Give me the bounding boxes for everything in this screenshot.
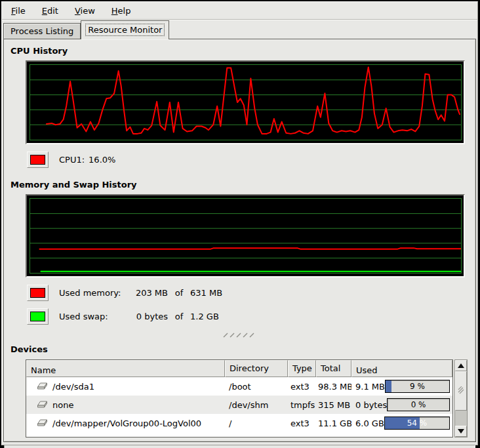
column-header-directory[interactable]: Directory xyxy=(225,360,288,377)
device-type: ext3 xyxy=(288,418,316,428)
resource-monitor-page: CPU History CPU1: 16.0% Memory and Swap … xyxy=(3,39,476,442)
menu-file[interactable]: File xyxy=(5,4,32,18)
cpu1-name: CPU1: xyxy=(59,155,85,165)
device-row-none[interactable]: none /dev/shm tmpfs 315 MB 0 bytes 0 % xyxy=(26,396,452,414)
devices-table: Name Directory Type Total Used xyxy=(26,359,453,438)
scrollbar-thumb[interactable] xyxy=(455,371,467,411)
cpu-history-title: CPU History xyxy=(10,46,470,56)
device-total: 11.1 GB xyxy=(316,418,351,428)
triangle-up-icon xyxy=(458,363,464,368)
used-memory-legend-label: Used memory: 203 MB of 631 MB xyxy=(59,288,236,298)
app-window: File Edit View Help Process Listing Reso… xyxy=(1,1,478,445)
memory-history-plot xyxy=(30,198,462,274)
menu-view[interactable]: View xyxy=(68,4,102,18)
device-name: /dev/sda1 xyxy=(52,382,94,392)
tab-resource-monitor[interactable]: Resource Monitor xyxy=(81,20,169,39)
devices-scrollbar[interactable] xyxy=(454,359,468,438)
cpu1-value: 16.0% xyxy=(89,155,115,165)
device-directory: /dev/shm xyxy=(225,400,288,410)
column-header-used[interactable]: Used xyxy=(351,360,452,377)
tab-process-listing[interactable]: Process Listing xyxy=(3,23,81,39)
memory-legend-row: Used memory: 203 MB of 631 MB xyxy=(27,284,470,301)
thumb-grip-icon xyxy=(457,386,465,396)
scroll-up-button[interactable] xyxy=(455,360,467,371)
device-used: 6.0 GB xyxy=(355,418,384,428)
diagonal-dashes-icon xyxy=(223,333,257,338)
scroll-down-button[interactable] xyxy=(455,426,467,437)
used-memory-value: 203 MB xyxy=(129,288,168,298)
tab-label: Process Listing xyxy=(9,26,75,37)
cpu-history-graph xyxy=(26,60,465,144)
used-swap-label: Used swap: xyxy=(59,312,129,321)
used-swap-color xyxy=(30,312,45,321)
column-header-type[interactable]: Type xyxy=(288,360,316,377)
memory-history-graph xyxy=(26,194,465,277)
device-type: tmpfs xyxy=(288,400,316,410)
used-swap-value: 0 bytes xyxy=(129,312,168,321)
device-name: none xyxy=(52,400,73,410)
total-memory-value: 631 MB xyxy=(190,288,236,298)
device-used: 9.1 MB xyxy=(355,382,385,392)
tab-strip: Process Listing Resource Monitor xyxy=(2,20,477,39)
usage-progress-bar: 9 % xyxy=(385,380,450,393)
cpu1-legend-label: CPU1: 16.0% xyxy=(59,155,115,165)
swap-legend-row: Used swap: 0 bytes of 1.2 GB xyxy=(27,308,470,325)
device-total: 315 MB xyxy=(316,400,351,410)
column-header-name[interactable]: Name xyxy=(26,360,225,377)
memory-history-title: Memory and Swap History xyxy=(10,180,470,190)
status-bar xyxy=(4,445,475,448)
disk-drive-icon xyxy=(37,418,49,428)
scrollbar-track[interactable] xyxy=(455,371,467,426)
total-swap-value: 1.2 GB xyxy=(190,312,236,321)
device-row-volgroup[interactable]: /dev/mapper/VolGroup00-LogVol00 / ext3 1… xyxy=(26,414,452,432)
device-directory: / xyxy=(225,418,288,428)
menu-help[interactable]: Help xyxy=(105,4,138,18)
usage-percent-label: 54 % xyxy=(385,417,449,429)
column-header-total[interactable]: Total xyxy=(316,360,351,377)
disk-drive-icon xyxy=(37,382,49,391)
used-memory-color-swatch[interactable] xyxy=(27,285,49,301)
usage-progress-bar: 54 % xyxy=(384,417,450,430)
used-memory-label: Used memory: xyxy=(59,288,129,298)
device-row-sda1[interactable]: /dev/sda1 /boot ext3 98.3 MB 9.1 MB 9 % xyxy=(26,377,452,396)
device-type: ext3 xyxy=(288,382,316,392)
device-total: 98.3 MB xyxy=(316,382,351,392)
cpu-legend: CPU1: 16.0% xyxy=(27,151,470,168)
used-swap-legend-label: Used swap: 0 bytes of 1.2 GB xyxy=(59,312,236,321)
menubar: File Edit View Help xyxy=(2,2,477,20)
menu-edit[interactable]: Edit xyxy=(35,4,65,18)
cpu1-color-swatch[interactable] xyxy=(27,152,49,168)
device-name: /dev/mapper/VolGroup00-LogVol00 xyxy=(52,418,201,428)
disk-drive-icon xyxy=(37,400,49,409)
device-used: 0 bytes xyxy=(355,400,387,410)
used-memory-of: of xyxy=(168,288,190,298)
used-swap-of: of xyxy=(168,312,190,321)
devices-section: Devices Name Directory Type Total Used xyxy=(9,344,470,438)
devices-table-header: Name Directory Type Total Used xyxy=(26,360,452,377)
pane-resize-grip[interactable] xyxy=(9,333,470,338)
cpu1-color xyxy=(30,155,45,165)
triangle-down-icon xyxy=(458,429,464,434)
usage-percent-label: 0 % xyxy=(388,399,449,411)
cpu-history-plot xyxy=(30,64,462,140)
device-directory: /boot xyxy=(225,382,288,392)
used-swap-color-swatch[interactable] xyxy=(27,308,49,325)
usage-percent-label: 9 % xyxy=(386,380,449,392)
used-memory-color xyxy=(30,288,45,298)
devices-title: Devices xyxy=(10,344,470,354)
usage-progress-bar: 0 % xyxy=(387,398,450,411)
tab-label: Resource Monitor xyxy=(86,24,164,35)
